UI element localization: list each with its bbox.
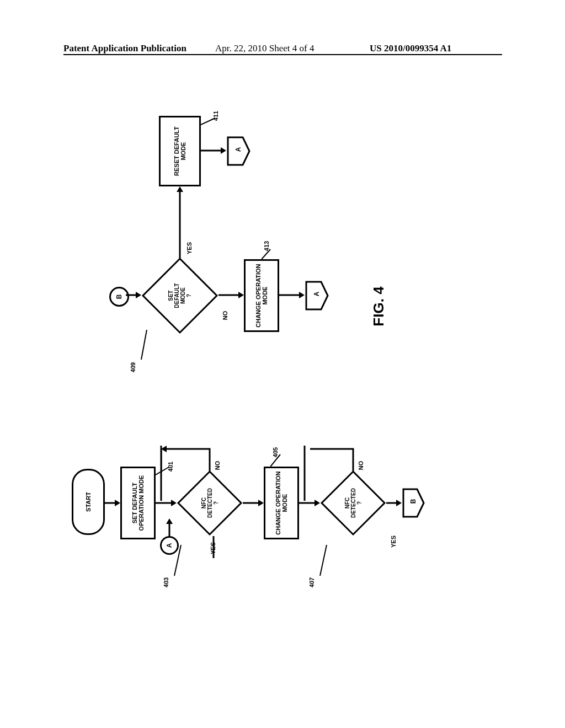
arrow-403-no	[161, 446, 216, 471]
offpage-A-out-411: A	[226, 136, 250, 167]
label-409-yes: YES	[186, 242, 193, 254]
decision-409: SETDEFAULTMODE?	[141, 257, 218, 334]
arrow-403-no-drop	[159, 446, 163, 501]
svg-marker-14	[258, 500, 264, 506]
arrow-403-yes-down	[210, 536, 217, 558]
label-407-yes: YES	[390, 536, 397, 548]
connector-A-label: A	[166, 543, 173, 548]
decision-403-label: NFCDETECTED?	[201, 488, 219, 518]
header-left: Patent Application Publication	[63, 43, 186, 54]
arrow-401-403	[156, 499, 177, 507]
svg-marker-32	[221, 147, 226, 154]
leader-403	[173, 545, 182, 577]
header-right: US 2010/0099354 A1	[370, 43, 451, 54]
arrow-A-into-403	[166, 518, 173, 537]
decision-409-label: SETDEFAULTMODE?	[168, 283, 192, 308]
process-411: RESET DEFAULTMODE	[159, 116, 201, 186]
leader-413	[262, 248, 273, 260]
arrow-start-401	[105, 499, 120, 507]
ref-409: 409	[130, 362, 136, 372]
svg-line-30	[201, 118, 215, 125]
process-413-label: CHANGE OPERATIONMODE	[255, 264, 268, 327]
leader-409	[140, 330, 148, 361]
svg-line-19	[320, 545, 327, 576]
process-401: SET DEFAULTOPERATION MODE	[120, 467, 156, 539]
decision-407-label: NFCDETECTED?	[344, 488, 363, 518]
leader-411	[201, 117, 216, 126]
arrow-407-no-drop	[303, 446, 306, 501]
process-411-label: RESET DEFAULTMODE	[173, 126, 186, 176]
decision-407: NFCDETECTED?	[320, 470, 386, 536]
svg-marker-22	[396, 500, 402, 506]
arrow-Bin-409	[126, 291, 141, 299]
arrow-407-B	[386, 499, 402, 507]
connector-B-label: B	[115, 295, 123, 299]
arrow-409-411	[176, 186, 184, 258]
label-409-no: NO	[222, 311, 228, 320]
leader-405	[270, 453, 282, 468]
arrow-407-no	[305, 446, 360, 471]
offpage-A-out-413: A	[305, 280, 329, 311]
decision-403: NFCDETECTED?	[177, 470, 243, 536]
ref-407: 407	[308, 577, 315, 587]
svg-marker-35	[238, 292, 244, 298]
svg-marker-29	[177, 186, 183, 192]
figure-label: FIG. 4	[370, 286, 387, 326]
header-mid: Apr. 22, 2010 Sheet 4 of 4	[215, 43, 314, 54]
ref-403: 403	[163, 577, 169, 587]
svg-line-15	[270, 454, 280, 467]
svg-marker-6	[166, 518, 173, 524]
offpage-B-out-label: B	[409, 499, 417, 504]
process-405: CHANGE OPERATIONMODE	[264, 467, 299, 539]
offpage-A-out-413-label: A	[313, 292, 321, 297]
svg-marker-38	[299, 292, 305, 298]
arrow-409-413	[218, 291, 244, 299]
process-405-label: CHANGE OPERATIONMODE	[275, 471, 288, 534]
process-413: CHANGE OPERATIONMODE	[244, 259, 279, 332]
offpage-B-out: B	[402, 488, 425, 518]
svg-line-8	[174, 545, 181, 576]
svg-marker-17	[315, 500, 320, 506]
arrow-411-A	[201, 147, 226, 154]
arrow-405-407	[299, 499, 320, 507]
arrow-413-A	[279, 291, 305, 299]
start-label: START	[85, 492, 92, 512]
start-terminator: START	[72, 469, 105, 535]
process-401-label: SET DEFAULTOPERATION MODE	[131, 475, 145, 531]
leader-407	[319, 545, 328, 577]
svg-marker-4	[171, 500, 177, 506]
offpage-A-out-411-label: A	[234, 147, 242, 152]
header-rule	[63, 54, 502, 55]
page: Patent Application Publication Apr. 22, …	[0, 0, 565, 728]
svg-line-27	[141, 330, 147, 360]
svg-line-36	[262, 249, 270, 259]
svg-marker-25	[136, 292, 141, 298]
svg-marker-1	[115, 500, 120, 506]
arrow-403-405	[243, 499, 264, 507]
